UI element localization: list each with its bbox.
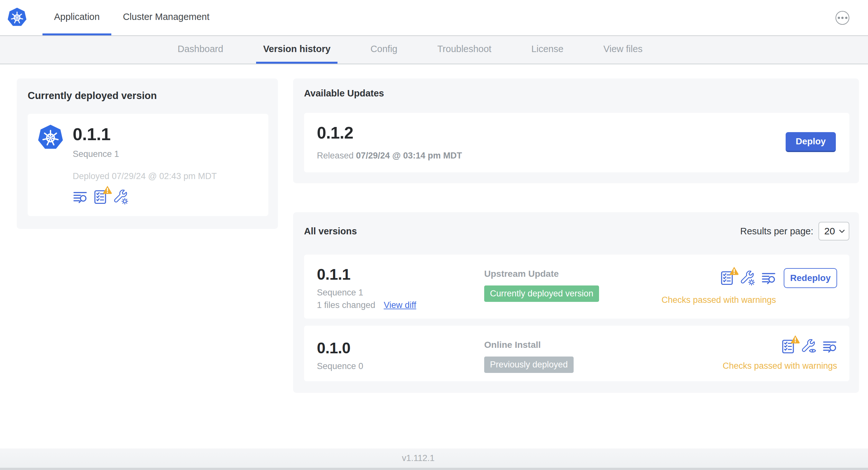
- preflight-checks-icon[interactable]: [781, 339, 796, 354]
- update-version-number: 0.1.2: [317, 123, 462, 142]
- kubernetes-version-icon: [37, 124, 64, 152]
- current-version-sequence: Sequence 1: [73, 149, 217, 159]
- row-sequence: Sequence 0: [317, 361, 484, 371]
- edit-config-icon[interactable]: [741, 271, 755, 286]
- warning-triangle-icon: [103, 185, 112, 194]
- all-versions-title: All versions: [304, 226, 357, 237]
- tab-cluster-management[interactable]: Cluster Management: [111, 0, 221, 35]
- version-row-0-1-0: 0.1.0 Sequence 0 Online Install Previous…: [304, 326, 849, 381]
- diff-icon[interactable]: [73, 190, 88, 204]
- subnav-config[interactable]: Config: [363, 36, 404, 64]
- version-row-0-1-1: 0.1.1 Sequence 1 1 files changed View di…: [304, 255, 849, 318]
- status-badge: Currently deployed version: [484, 286, 599, 302]
- current-version-deployed-at: Deployed 07/29/24 @ 02:43 pm MDT: [73, 171, 217, 181]
- subnav-version-history[interactable]: Version history: [256, 36, 338, 64]
- available-updates-card: Available Updates 0.1.2 Released 07/29/2…: [293, 78, 859, 183]
- top-tabs: Application Cluster Management: [42, 0, 221, 35]
- checks-status-text: Checks passed with warnings: [722, 361, 837, 371]
- subnav-troubleshoot[interactable]: Troubleshoot: [430, 36, 498, 64]
- subnav-dashboard[interactable]: Dashboard: [170, 36, 230, 64]
- view-config-icon[interactable]: [802, 339, 816, 354]
- more-options-button[interactable]: [836, 11, 849, 25]
- currently-deployed-title: Currently deployed version: [28, 90, 268, 102]
- view-diff-link[interactable]: View diff: [384, 300, 416, 310]
- app-subnav: Dashboard Version history Config Trouble…: [0, 36, 868, 64]
- current-version-number: 0.1.1: [73, 124, 217, 144]
- console-version-text: v1.112.1: [402, 453, 435, 463]
- kubernetes-logo-icon: [7, 7, 27, 28]
- redeploy-button[interactable]: Redeploy: [784, 268, 837, 288]
- chevron-down-icon: [839, 229, 845, 233]
- update-row: 0.1.2 Released 07/29/24 @ 03:14 pm MDT D…: [304, 113, 849, 172]
- update-released-at: Released 07/29/24 @ 03:14 pm MDT: [317, 151, 462, 161]
- main-content: Currently deployed version: [0, 64, 868, 448]
- preflight-checks-icon[interactable]: [720, 271, 735, 286]
- preflight-checks-icon[interactable]: [93, 190, 108, 204]
- edit-config-icon[interactable]: [114, 190, 129, 204]
- page-footer: v1.112.1: [0, 448, 868, 470]
- subnav-license[interactable]: License: [524, 36, 570, 64]
- results-per-page-select[interactable]: 20: [818, 222, 849, 240]
- results-per-page-label: Results per page:: [740, 226, 813, 237]
- diff-icon[interactable]: [822, 339, 837, 354]
- files-changed-label: 1 files changed: [317, 300, 375, 310]
- warning-triangle-icon: [729, 266, 739, 275]
- warning-triangle-icon: [790, 335, 800, 344]
- diff-icon[interactable]: [761, 271, 776, 286]
- status-badge: Previously deployed: [484, 357, 574, 373]
- top-bar: Application Cluster Management: [0, 0, 868, 36]
- available-updates-title: Available Updates: [304, 88, 849, 99]
- version-source-label: Online Install: [484, 340, 722, 350]
- version-source-label: Upstream Update: [484, 269, 661, 279]
- row-version-number: 0.1.1: [317, 266, 484, 283]
- subnav-view-files[interactable]: View files: [596, 36, 650, 64]
- app-logo: [0, 0, 27, 35]
- checks-status-text: Checks passed with warnings: [661, 295, 776, 305]
- row-version-number: 0.1.0: [317, 339, 484, 357]
- all-versions-card: All versions Results per page: 20 0.1.1: [293, 212, 859, 393]
- tab-application[interactable]: Application: [42, 0, 111, 35]
- deploy-button[interactable]: Deploy: [786, 132, 836, 152]
- currently-deployed-version-card: 0.1.1 Sequence 1 Deployed 07/29/24 @ 02:…: [28, 114, 268, 216]
- currently-deployed-card: Currently deployed version: [17, 78, 278, 229]
- ellipsis-icon: [838, 17, 840, 19]
- row-sequence: Sequence 1: [317, 288, 484, 298]
